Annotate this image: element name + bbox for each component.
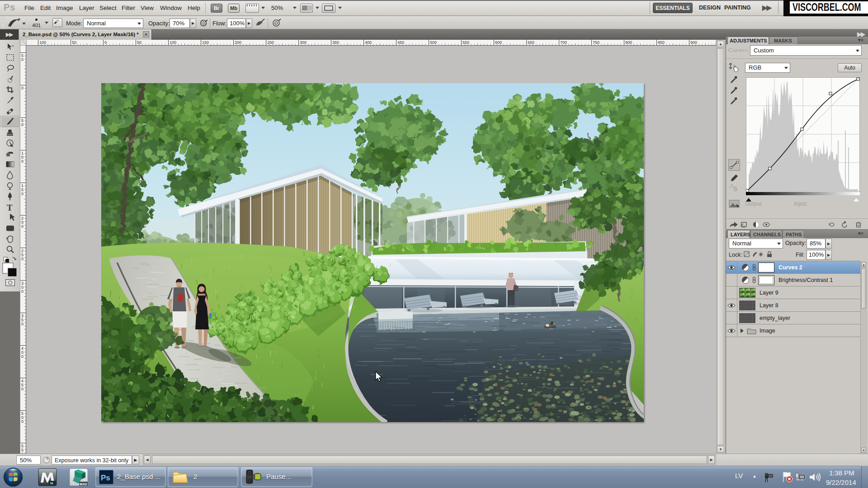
svg-text:500: 500 xyxy=(430,40,437,45)
svg-text:MXD: MXD xyxy=(80,482,87,486)
svg-text:850: 850 xyxy=(658,40,665,45)
svg-text:0: 0 xyxy=(21,289,24,294)
svg-text:0: 0 xyxy=(21,419,24,424)
svg-text:0: 0 xyxy=(21,86,24,90)
svg-text:0: 0 xyxy=(21,322,24,326)
svg-text:750: 750 xyxy=(593,40,599,45)
svg-text:Ps: Ps xyxy=(101,474,110,482)
svg-text:M: M xyxy=(50,481,53,485)
svg-text:0: 0 xyxy=(21,354,24,359)
svg-text:300: 300 xyxy=(300,40,307,45)
svg-text:400: 400 xyxy=(365,40,372,45)
svg-text:0: 0 xyxy=(21,57,24,62)
svg-text:900: 900 xyxy=(690,40,697,45)
svg-text:0: 0 xyxy=(21,452,24,453)
svg-text:600: 600 xyxy=(495,40,502,45)
svg-text:550: 550 xyxy=(462,40,469,45)
svg-text:150: 150 xyxy=(202,40,209,45)
svg-text:250: 250 xyxy=(267,40,274,45)
svg-text:0: 0 xyxy=(21,224,24,229)
svg-text:350: 350 xyxy=(332,40,339,45)
svg-text:800: 800 xyxy=(625,40,632,45)
svg-text:T: T xyxy=(7,203,13,212)
svg-text:0: 0 xyxy=(21,387,24,391)
svg-text:200: 200 xyxy=(235,40,241,45)
svg-text:0: 0 xyxy=(21,159,24,164)
svg-text:700: 700 xyxy=(560,40,567,45)
svg-text:S: S xyxy=(733,185,737,192)
svg-text:0: 0 xyxy=(21,122,24,127)
svg-text:100: 100 xyxy=(39,40,46,45)
svg-text:!: ! xyxy=(737,204,738,208)
svg-text:0: 0 xyxy=(21,257,24,261)
svg-text:0: 0 xyxy=(21,192,24,196)
svg-text:650: 650 xyxy=(528,40,534,45)
svg-text:100: 100 xyxy=(170,40,176,45)
svg-text:450: 450 xyxy=(397,40,404,45)
